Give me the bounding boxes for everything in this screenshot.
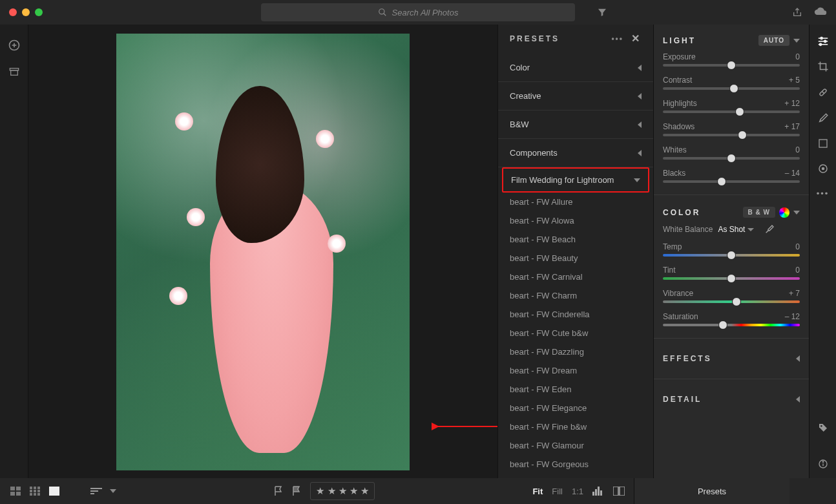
svg-line-15 <box>822 92 824 94</box>
preset-item[interactable]: beart - FW Gorgeous <box>498 455 653 474</box>
radial-gradient-icon[interactable] <box>817 163 829 174</box>
svg-rect-41 <box>595 489 597 496</box>
flag-icon[interactable] <box>274 486 283 496</box>
rating-stars[interactable]: ★ ★ ★ ★ ★ <box>310 482 375 500</box>
svg-rect-28 <box>34 487 36 489</box>
chevron-down-icon[interactable] <box>793 211 800 215</box>
svg-rect-42 <box>598 487 600 496</box>
slider-temp[interactable]: Temp0 <box>663 242 800 257</box>
tool-rail: ••• <box>809 25 836 478</box>
preset-group[interactable]: Components <box>498 139 653 167</box>
image-canvas[interactable] <box>28 25 497 478</box>
more-icon[interactable]: ••• <box>817 189 830 198</box>
slider-vibrance[interactable]: Vibrance+ 7 <box>663 289 800 303</box>
filter-icon[interactable] <box>597 7 607 17</box>
bw-button[interactable]: B & W <box>743 207 775 218</box>
svg-rect-16 <box>819 140 827 147</box>
slider-whites[interactable]: Whites0 <box>663 145 800 160</box>
search-icon <box>378 8 387 17</box>
preset-item[interactable]: beart - FW Dazzling <box>498 342 653 361</box>
chevron-down-icon <box>634 178 640 182</box>
effects-section[interactable]: EFFECTS <box>663 350 800 367</box>
preset-item[interactable]: beart - FW Cute b&w <box>498 324 653 342</box>
single-view-icon[interactable] <box>49 487 59 496</box>
slider-saturation[interactable]: Saturation– 12 <box>663 312 800 326</box>
preset-group[interactable]: Color <box>498 54 653 82</box>
linear-gradient-icon[interactable] <box>818 138 828 149</box>
info-icon[interactable] <box>818 459 828 469</box>
slider-contrast[interactable]: Contrast+ 5 <box>663 76 800 90</box>
detail-section[interactable]: DETAIL <box>663 391 800 408</box>
preset-item[interactable]: beart - FW Eden <box>498 380 653 399</box>
close-window-icon[interactable] <box>9 8 17 16</box>
svg-line-1 <box>383 14 386 16</box>
chevron-left-icon <box>638 93 642 100</box>
add-icon[interactable] <box>8 39 21 52</box>
preset-item[interactable]: beart - FW Allure <box>498 193 653 211</box>
preset-item[interactable]: beart - FW Fine b&w <box>498 417 653 436</box>
svg-rect-25 <box>10 492 15 496</box>
zoom-ratio[interactable]: 1:1 <box>572 487 583 496</box>
svg-point-11 <box>824 40 826 42</box>
preset-group[interactable]: B&W <box>498 110 653 139</box>
presets-footer-button[interactable]: Presets <box>634 478 789 504</box>
preset-item[interactable]: beart - FW Beauty <box>498 249 653 268</box>
zoom-fit[interactable]: Fit <box>532 487 543 496</box>
search-input[interactable]: Search All Photos <box>261 3 575 21</box>
chevron-down-icon[interactable] <box>793 39 800 43</box>
preset-item[interactable]: beart - FW Dream <box>498 361 653 380</box>
brush-icon[interactable] <box>817 112 829 124</box>
slider-shadows[interactable]: Shadows+ 17 <box>663 122 800 136</box>
crop-icon[interactable] <box>817 61 829 72</box>
tag-icon[interactable] <box>818 423 828 433</box>
slider-highlights[interactable]: Highlights+ 12 <box>663 99 800 113</box>
archive-icon[interactable] <box>9 67 19 76</box>
svg-rect-31 <box>34 490 36 492</box>
chevron-down-icon[interactable] <box>110 489 116 493</box>
window-controls <box>9 8 43 16</box>
cloud-icon[interactable] <box>814 7 827 17</box>
sort-icon[interactable] <box>90 487 105 495</box>
more-icon[interactable]: ••• <box>611 34 623 43</box>
title-bar: Search All Photos <box>0 0 836 25</box>
slider-exposure[interactable]: Exposure0 <box>663 52 800 67</box>
grid-small-icon[interactable] <box>30 487 40 496</box>
svg-point-22 <box>822 461 823 462</box>
preset-item[interactable]: beart - FW Beach <box>498 230 653 249</box>
flag-reject-icon[interactable] <box>292 486 301 496</box>
light-title: LIGHT <box>663 36 696 45</box>
preset-item[interactable]: beart - FW Cinderella <box>498 305 653 324</box>
preset-item[interactable]: beart - FW Carnival <box>498 268 653 286</box>
preset-group[interactable]: Creative <box>498 82 653 110</box>
preset-item[interactable]: beart - FW Elegance <box>498 399 653 417</box>
heal-icon[interactable] <box>817 87 829 98</box>
color-mixer-icon[interactable] <box>779 207 789 218</box>
eyedropper-icon[interactable] <box>764 224 775 235</box>
svg-point-9 <box>820 37 822 39</box>
histogram-icon[interactable] <box>592 487 604 496</box>
adjust-icon[interactable] <box>817 36 830 47</box>
grid-view-icon[interactable] <box>10 487 21 496</box>
close-icon[interactable]: ✕ <box>631 32 642 45</box>
slider-tint[interactable]: Tint0 <box>663 266 800 280</box>
preset-item[interactable]: beart - FW Charm <box>498 286 653 305</box>
auto-button[interactable]: AUTO <box>758 35 789 46</box>
preset-group-open[interactable]: Film Wedding for Lightroom <box>502 167 649 193</box>
zoom-fill[interactable]: Fill <box>552 487 563 496</box>
chevron-left-icon <box>638 121 642 128</box>
svg-rect-30 <box>30 490 32 492</box>
minimize-window-icon[interactable] <box>22 8 30 16</box>
compare-icon[interactable] <box>613 487 625 496</box>
svg-rect-33 <box>30 493 32 496</box>
svg-rect-36 <box>49 487 59 496</box>
chevron-left-icon <box>796 355 800 362</box>
preset-item[interactable]: beart - FW Glamour <box>498 436 653 455</box>
slider-blacks[interactable]: Blacks– 14 <box>663 169 800 183</box>
maximize-window-icon[interactable] <box>35 8 43 16</box>
preset-group-label: Creative <box>510 91 541 101</box>
share-icon[interactable] <box>792 7 802 17</box>
svg-point-13 <box>819 43 821 45</box>
wb-select[interactable]: As Shot <box>718 225 754 234</box>
svg-rect-23 <box>10 487 15 490</box>
preset-item[interactable]: beart - FW Alowa <box>498 211 653 230</box>
